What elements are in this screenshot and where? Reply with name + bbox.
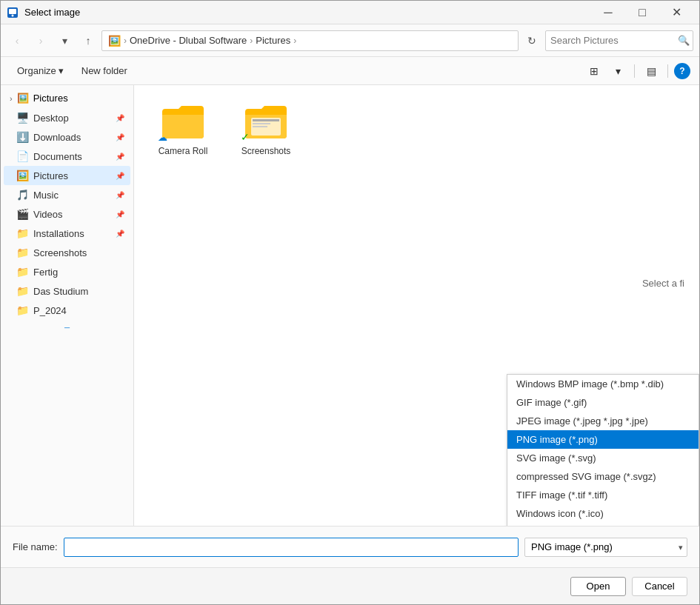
sidebar-header-arrow: ›	[10, 94, 13, 103]
screenshots-label: Screenshots	[241, 146, 291, 156]
sidebar-item-desktop-label: Desktop	[33, 113, 111, 124]
pin-icon-videos: 📌	[116, 210, 124, 218]
title-bar-left: Select image	[7, 7, 80, 19]
minimize-button[interactable]: ─	[591, 1, 625, 24]
window-icon	[7, 7, 19, 19]
sidebar-item-downloads-label: Downloads	[33, 132, 111, 143]
sidebar-item-pictures-label: Pictures	[33, 170, 111, 181]
sidebar-header-text: Pictures	[33, 93, 68, 104]
search-input[interactable]	[550, 35, 675, 46]
view-dropdown-button[interactable]: ▾	[607, 61, 628, 81]
svg-rect-5	[253, 123, 270, 124]
documents-icon: 📄	[16, 150, 29, 162]
filetype-option-bmp[interactable]: Windows BMP image (*.bmp *.dib)	[507, 375, 699, 393]
filetype-select-wrapper: Windows BMP image (*.bmp *.dib)GIF image…	[524, 538, 687, 557]
desktop-icon: 🖥️	[16, 112, 29, 124]
filetype-option-png[interactable]: PNG image (*.png)	[507, 430, 699, 449]
screenshots-folder-icon: ✓	[242, 103, 290, 141]
downloads-icon: ⬇️	[16, 131, 29, 143]
sidebar-item-p2024-label: P_2024	[33, 305, 124, 316]
back-button[interactable]: ‹	[7, 30, 27, 51]
sidebar-item-videos[interactable]: 🎬 Videos 📌	[4, 204, 130, 224]
filetype-option-wbmp[interactable]: WBMP image (*.wbmp)	[507, 523, 699, 526]
pin-icon-pictures: 📌	[116, 172, 124, 180]
pin-icon-installations: 📌	[116, 230, 124, 238]
sidebar: › 🖼️ Pictures 🖥️ Desktop 📌 ⬇️ Downloads …	[1, 85, 134, 526]
new-folder-button[interactable]: New folder	[74, 61, 135, 81]
sidebar-item-videos-label: Videos	[33, 209, 111, 220]
filetype-dropdown-overlay: Windows BMP image (*.bmp *.dib) GIF imag…	[507, 374, 699, 526]
path-part-2: Pictures	[256, 35, 290, 46]
filetype-option-svgz[interactable]: compressed SVG image (*.svgz)	[507, 467, 699, 486]
pin-icon-documents: 📌	[116, 153, 124, 161]
scroll-indicator: ─	[1, 320, 133, 335]
refresh-button[interactable]: ↻	[521, 30, 542, 51]
sidebar-item-screenshots[interactable]: 📁 Screenshots	[4, 243, 130, 262]
filetype-option-gif[interactable]: GIF image (*.gif)	[507, 393, 699, 412]
file-item-screenshots[interactable]: ✓ Screenshots	[229, 97, 303, 162]
sidebar-item-installations-label: Installations	[33, 228, 111, 239]
main-content: › 🖼️ Pictures 🖥️ Desktop 📌 ⬇️ Downloads …	[1, 85, 699, 526]
recent-locations-button[interactable]: ▾	[54, 30, 75, 51]
view-button[interactable]: ⊞	[584, 61, 604, 81]
organize-button[interactable]: Organize ▾	[10, 61, 71, 81]
preview-button[interactable]: ▤	[641, 61, 661, 81]
file-item-camera-roll[interactable]: ☁ Camera Roll	[146, 97, 220, 162]
music-icon: 🎵	[16, 189, 29, 201]
sidebar-item-installations[interactable]: 📁 Installations 📌	[4, 224, 130, 243]
filetype-option-ico[interactable]: Windows icon (*.ico)	[507, 504, 699, 523]
svg-rect-4	[253, 119, 279, 121]
sidebar-header-pictures[interactable]: › 🖼️ Pictures	[4, 88, 130, 108]
installations-icon: 📁	[16, 227, 29, 239]
filetype-option-svg[interactable]: SVG image (*.svg)	[507, 449, 699, 467]
sidebar-item-fertig-label: Fertig	[33, 267, 124, 278]
svg-point-2	[12, 14, 14, 16]
path-part-1: OneDrive - Dlubal Software	[130, 35, 247, 46]
sidebar-item-music[interactable]: 🎵 Music 📌	[4, 185, 130, 204]
pictures-icon: 🖼️	[16, 170, 29, 181]
sidebar-item-downloads[interactable]: ⬇️ Downloads 📌	[4, 127, 130, 147]
up-button[interactable]: ↑	[78, 30, 99, 51]
svg-rect-6	[253, 126, 267, 127]
sidebar-item-das-studium[interactable]: 📁 Das Studium	[4, 281, 130, 301]
videos-icon: 🎬	[16, 208, 29, 220]
help-button[interactable]: ?	[674, 63, 690, 79]
close-button[interactable]: ✕	[659, 1, 693, 24]
sidebar-item-fertig[interactable]: 📁 Fertig	[4, 262, 130, 281]
check-icon: ✓	[241, 131, 250, 143]
das-studium-icon: 📁	[16, 285, 29, 297]
filetype-option-jpeg[interactable]: JPEG image (*.jpeg *.jpg *.jpe)	[507, 412, 699, 430]
open-button[interactable]: Open	[570, 577, 626, 596]
screenshots-sidebar-icon: 📁	[16, 247, 29, 258]
toolbar-separator	[634, 64, 635, 78]
sidebar-item-p2024[interactable]: 📁 P_2024	[4, 301, 130, 320]
sidebar-item-pictures[interactable]: 🖼️ Pictures 📌	[4, 166, 130, 185]
pin-icon-music: 📌	[116, 191, 124, 199]
select-image-dialog: Select image ─ □ ✕ ‹ › ▾ ↑ 🖼️ › OneDrive…	[0, 0, 700, 605]
new-folder-label: New folder	[81, 65, 127, 76]
toolbar-separator-2	[667, 64, 668, 78]
address-bar: ‹ › ▾ ↑ 🖼️ › OneDrive - Dlubal Software …	[1, 24, 699, 57]
filetype-option-tiff[interactable]: TIFF image (*.tif *.tiff)	[507, 486, 699, 504]
sidebar-item-documents[interactable]: 📄 Documents 📌	[4, 147, 130, 166]
organize-label: Organize	[17, 65, 56, 76]
camera-roll-folder-icon: ☁	[159, 103, 207, 141]
path-icon: 🖼️	[108, 35, 121, 47]
sidebar-item-documents-label: Documents	[33, 151, 111, 162]
address-path[interactable]: 🖼️ › OneDrive - Dlubal Software › Pictur…	[101, 30, 519, 51]
cancel-button[interactable]: Cancel	[632, 577, 687, 596]
sidebar-item-screenshots-label: Screenshots	[33, 247, 124, 258]
file-pane: ☁ Camera Roll	[134, 85, 699, 526]
sidebar-item-music-label: Music	[33, 190, 111, 201]
forward-button[interactable]: ›	[30, 30, 51, 51]
title-bar-buttons: ─ □ ✕	[591, 1, 693, 24]
bottom-bar: File name: Windows BMP image (*.bmp *.di…	[1, 526, 699, 567]
filename-input[interactable]	[64, 538, 519, 557]
maximize-button[interactable]: □	[625, 1, 659, 24]
filetype-select[interactable]: Windows BMP image (*.bmp *.dib)GIF image…	[524, 538, 687, 557]
sidebar-item-desktop[interactable]: 🖥️ Desktop 📌	[4, 108, 130, 127]
sidebar-item-das-studium-label: Das Studium	[33, 286, 124, 297]
title-bar: Select image ─ □ ✕	[1, 1, 699, 24]
search-box: 🔍	[545, 30, 693, 51]
pin-icon-desktop: 📌	[116, 114, 124, 122]
